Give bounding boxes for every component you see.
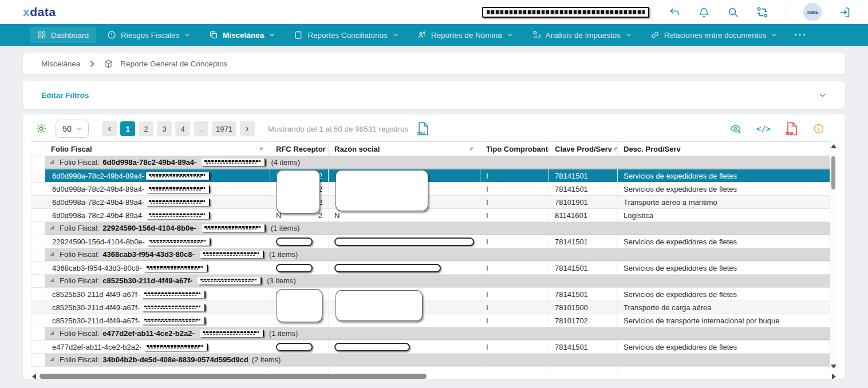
- page-size-select[interactable]: 50: [56, 120, 89, 138]
- undo-icon[interactable]: [669, 6, 681, 18]
- avatar[interactable]: xdata: [803, 3, 822, 21]
- scroll-left-arrow[interactable]: [32, 374, 36, 379]
- column-header-folio-fiscal[interactable]: Folio Fiscal: [45, 142, 270, 156]
- column-header-label: Desc. Prod/Serv: [624, 145, 681, 153]
- scroll-right-arrow[interactable]: [832, 374, 836, 379]
- table-row[interactable]: 6d0d998a-78c2-49b4-89a4-N2I78141501Servi…: [31, 169, 837, 183]
- export-pdf-button[interactable]: PDF: [786, 122, 798, 136]
- switch-icon[interactable]: [756, 6, 768, 18]
- export-csv-button[interactable]: CSV: [417, 122, 429, 136]
- nav-item-label: Reportes Conciliatorios: [307, 31, 388, 39]
- gear-icon[interactable]: [35, 123, 47, 134]
- row-number-cell: [31, 367, 45, 372]
- chevron-right-icon: [87, 59, 97, 69]
- page-button-3[interactable]: 3: [157, 121, 172, 136]
- page-button-1[interactable]: 1: [120, 121, 135, 136]
- code-view-button[interactable]: </>: [756, 124, 771, 133]
- next-page-button[interactable]: [240, 121, 255, 136]
- row-number-cell: [31, 209, 45, 221]
- folio-fiscal-cell: 4368cab3-f954-43d3-80c8-: [45, 262, 270, 274]
- bell-icon[interactable]: [698, 6, 710, 18]
- prev-page-button[interactable]: [102, 121, 117, 136]
- column-header-label: RFC Receptor: [276, 145, 326, 153]
- page-ellipsis[interactable]: ...: [194, 121, 208, 136]
- group-row[interactable]: Folio Fiscal: e477d2ef-ab11-4ce2-b2a2-(1…: [31, 327, 837, 341]
- nav-item-reportes-de-nomina[interactable]: Reportes de Nómina: [410, 27, 521, 43]
- nav-items-mount: DashboardRiesgos FiscalesMisceláneaRepor…: [30, 27, 785, 43]
- column-header-desc-prod-serv[interactable]: Desc. Prod/Serv: [617, 142, 837, 156]
- group-row[interactable]: Folio Fiscal: 22924590-156d-4104-8b0e-(1…: [31, 222, 837, 235]
- razon-social-cell: [328, 367, 480, 372]
- group-row[interactable]: Folio Fiscal: 6d0d998a-78c2-49b4-89a4-(4…: [31, 156, 837, 169]
- table-row[interactable]: 4368cab3-f954-43d3-80c8-I78141501Servici…: [31, 262, 837, 275]
- clipboard-icon: [294, 30, 303, 39]
- column-header-label: Clave Prod/Serv: [555, 145, 612, 153]
- column-header-clave-prod-serv[interactable]: Clave Prod/Serv: [549, 142, 617, 156]
- copy-icon: [209, 30, 218, 39]
- nav-item-label: Miscelánea: [223, 31, 264, 39]
- nav-item-analisis-de-impuestos[interactable]: Análisis de Impuestos: [524, 27, 640, 43]
- nav-item-dashboard[interactable]: Dashboard: [30, 27, 96, 43]
- column-header-rfc-receptor[interactable]: RFC Receptor: [270, 142, 328, 156]
- group-label: Folio Fiscal:: [60, 355, 99, 364]
- eye-plus-icon[interactable]: [730, 123, 741, 134]
- collapse-caret-icon[interactable]: [50, 357, 54, 361]
- horizontal-scroll-thumb[interactable]: [40, 374, 427, 379]
- tipo-comprobante-cell: [480, 367, 549, 372]
- table-row[interactable]: c8525b30-211d-4f49-a67f-I78101702Servici…: [31, 314, 837, 327]
- table-row[interactable]: 6d0d998a-78c2-49b4-89a4-N2I78101901Trans…: [31, 196, 837, 209]
- table-row[interactable]: c8525b30-211d-4f49-a67f-NI78141501Servic…: [31, 288, 837, 301]
- nav-item-miscelanea[interactable]: Miscelánea: [202, 27, 283, 43]
- table-row[interactable]: 6d0d998a-78c2-49b4-89a4-N2NI81141601Logí…: [31, 209, 837, 222]
- column-header-razon-social[interactable]: Razón social: [328, 142, 480, 156]
- rfc-receptor-cell: [270, 262, 328, 274]
- folio-fiscal-cell: [45, 367, 270, 372]
- group-cell: Folio Fiscal: 34b04b2b-de5d-408e-8839-05…: [45, 354, 837, 366]
- redaction-overlay: [277, 170, 320, 213]
- group-folio-value: 4368cab3-f954-43d3-80c8-: [102, 250, 194, 259]
- nav-more-button[interactable]: ···: [788, 26, 812, 43]
- redaction-box: [141, 291, 206, 298]
- group-label: Folio Fiscal:: [60, 250, 99, 259]
- chevron-down-icon[interactable]: [818, 91, 827, 100]
- edit-filters-toggle[interactable]: Editar Filtros: [41, 91, 89, 100]
- nav-item-relaciones-entre-documentos[interactable]: Relaciones entre documentos: [643, 27, 786, 43]
- collapse-caret-icon[interactable]: [50, 160, 54, 164]
- scroll-up-arrow[interactable]: [831, 144, 837, 148]
- info-icon[interactable]: [813, 123, 824, 134]
- collapse-caret-icon[interactable]: [50, 225, 54, 229]
- table-row[interactable]: 6d0d998a-78c2-49b4-89a4-N2I78141501Servi…: [31, 183, 837, 196]
- group-items-count: (2 items): [252, 355, 281, 364]
- nav-item-reportes-conciliatorios[interactable]: Reportes Conciliatorios: [286, 27, 407, 43]
- page-button-2[interactable]: 2: [139, 121, 153, 136]
- row-number-cell: [31, 327, 45, 340]
- collapse-caret-icon[interactable]: [50, 278, 54, 282]
- search-icon[interactable]: [727, 6, 739, 18]
- table-row[interactable]: [31, 367, 837, 372]
- scroll-down-arrow[interactable]: [831, 365, 837, 369]
- chevron-down-icon: [392, 31, 399, 38]
- tipo-comprobante-cell: I: [480, 169, 549, 182]
- table-row[interactable]: c8525b30-211d-4f49-a67f-I78101500Transpo…: [31, 301, 837, 314]
- column-header-tipo-comprobante[interactable]: Tipo Comprobante: [480, 142, 549, 156]
- horizontal-scrollbar[interactable]: [31, 373, 837, 379]
- group-row[interactable]: Folio Fiscal: 34b04b2b-de5d-408e-8839-05…: [31, 354, 837, 367]
- group-row[interactable]: Folio Fiscal: c8525b30-211d-4f49-a67f-(3…: [31, 275, 837, 288]
- logout-icon[interactable]: [839, 6, 851, 18]
- collapse-caret-icon[interactable]: [50, 252, 54, 256]
- nav-item-riesgos-fiscales[interactable]: Riesgos Fiscales: [100, 27, 198, 43]
- table-row[interactable]: e477d2ef-ab11-4ce2-b2a2-I78141501Servici…: [31, 341, 837, 354]
- folio-fiscal-cell: 6d0d998a-78c2-49b4-89a4-: [45, 169, 270, 182]
- vertical-scroll-thumb[interactable]: [831, 156, 835, 189]
- page-button-4[interactable]: 4: [175, 121, 190, 136]
- chart-icon: [532, 30, 541, 39]
- row-number-cell: [31, 301, 45, 314]
- vertical-scrollbar[interactable]: [830, 141, 837, 371]
- group-row[interactable]: Folio Fiscal: 4368cab3-f954-43d3-80c8-(1…: [31, 248, 837, 262]
- breadcrumb-section[interactable]: Miscelánea: [41, 60, 80, 68]
- grid-icon: [37, 30, 46, 39]
- nav-item-label: Relaciones entre documentos: [664, 31, 767, 39]
- table-row[interactable]: 22924590-156d-4104-8b0e-I78141501Servici…: [31, 235, 837, 248]
- page-button-1971[interactable]: 1971: [212, 121, 236, 136]
- collapse-caret-icon[interactable]: [50, 331, 54, 335]
